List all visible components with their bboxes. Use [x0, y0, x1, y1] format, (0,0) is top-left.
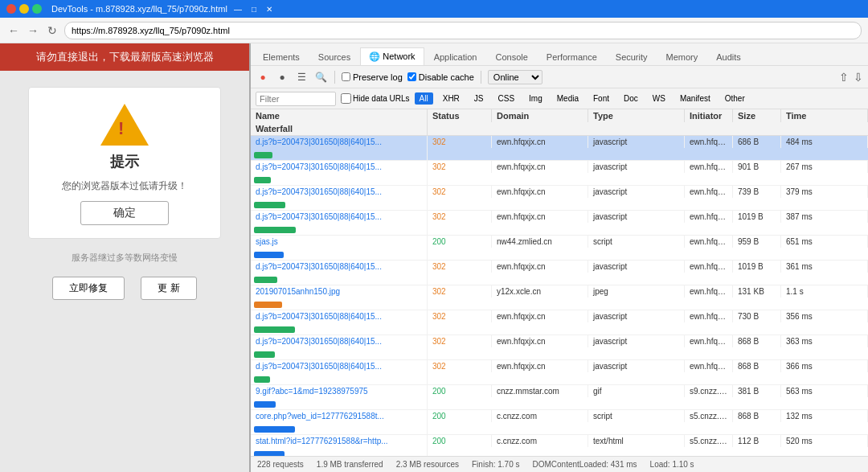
table-row[interactable]: core.php?web_id=127776291588t... 200 c.c…	[251, 410, 868, 435]
disable-cache-label[interactable]: Disable cache	[407, 72, 474, 82]
cell-size: 131 KB	[733, 285, 781, 298]
restore-btn[interactable]: □	[252, 5, 256, 14]
tab-elements[interactable]: Elements	[254, 48, 309, 65]
cell-time: 366 ms	[781, 360, 868, 372]
tab-sources[interactable]: Sources	[309, 48, 359, 65]
type-xhr[interactable]: XHR	[438, 92, 465, 105]
cell-status: 302	[428, 211, 492, 223]
minimize-btn[interactable]: —	[234, 5, 242, 14]
window-controls[interactable]	[6, 4, 42, 14]
cell-waterfall	[251, 372, 428, 384]
tab-network[interactable]: 🌐 Network	[360, 47, 424, 65]
table-row[interactable]: d.js?b=200473|301650|88|640|15... 302 ew…	[251, 186, 868, 211]
cell-domain: ewn.hfqxjx.cn	[492, 261, 588, 273]
bottom-buttons: 立即修复 更 新	[52, 277, 196, 300]
separator-1	[334, 71, 335, 84]
filter-input[interactable]	[256, 92, 336, 106]
type-all[interactable]: All	[415, 92, 433, 105]
close-icon[interactable]	[6, 4, 16, 14]
type-other[interactable]: Other	[720, 92, 750, 105]
address-input[interactable]	[64, 22, 862, 39]
table-row[interactable]: sjas.js 200 nw44.zmlied.cn script ewn.hf…	[251, 236, 868, 261]
tab-application[interactable]: Application	[425, 48, 486, 65]
page-content: 提示 您的浏览器版本过低请升级！ 确定 服务器继过多等数网络变慢 立即修复 更 …	[0, 71, 249, 316]
type-manifest[interactable]: Manifest	[675, 92, 715, 105]
preserve-log-checkbox[interactable]	[342, 72, 350, 81]
back-button[interactable]: ←	[6, 23, 21, 38]
type-media[interactable]: Media	[552, 92, 583, 105]
cell-status: 302	[428, 360, 492, 372]
cell-waterfall	[251, 298, 428, 310]
type-css[interactable]: CSS	[493, 92, 520, 105]
table-row[interactable]: 9.gif?abc=1&md=19238975975 200 cnzz.mmst…	[251, 385, 868, 410]
type-font[interactable]: Font	[588, 92, 614, 105]
table-row[interactable]: d.js?b=200473|301650|88|640|15... 302 ew…	[251, 261, 868, 285]
update-button[interactable]: 更 新	[141, 277, 196, 300]
resources-size: 2.3 MB resources	[396, 460, 459, 469]
cell-time: 379 ms	[781, 186, 868, 198]
type-ws[interactable]: WS	[648, 92, 670, 105]
hide-data-urls-checkbox[interactable]	[341, 93, 351, 104]
header-size: Size	[733, 109, 781, 122]
table-row[interactable]: 201907015anhn150.jpg 302 y12x.xcle.cn jp…	[251, 285, 868, 310]
cell-name: stat.html?id=127776291588&r=http...	[251, 435, 428, 447]
preserve-log-label[interactable]: Preserve log	[342, 72, 403, 82]
cell-name: core.php?web_id=127776291588t...	[251, 410, 428, 422]
table-row[interactable]: d.js?b=200473|301650|88|640|15... 302 ew…	[251, 310, 868, 335]
tab-memory[interactable]: Memory	[657, 48, 707, 65]
cell-waterfall	[251, 148, 428, 160]
import-icon[interactable]: ⇧	[839, 71, 849, 84]
warning-triangle	[100, 104, 149, 146]
header-domain: Domain	[492, 109, 588, 122]
type-img[interactable]: Img	[524, 92, 547, 105]
table-row[interactable]: stat.html?id=127776291588&r=http... 200 …	[251, 435, 868, 456]
cell-type: jpeg	[588, 285, 685, 298]
type-doc[interactable]: Doc	[619, 92, 643, 105]
record-button[interactable]: ●	[256, 70, 270, 84]
cell-type: javascript	[588, 136, 685, 148]
export-icon[interactable]: ⇩	[854, 71, 863, 84]
table-row[interactable]: d.js?b=200473|301650|88|640|15... 302 ew…	[251, 211, 868, 236]
fix-button[interactable]: 立即修复	[52, 277, 125, 300]
cell-status: 302	[428, 285, 492, 298]
tab-performance[interactable]: Performance	[538, 48, 606, 65]
cell-name: 9.gif?abc=1&md=19238975975	[251, 385, 428, 397]
tab-console[interactable]: Console	[486, 48, 536, 65]
window-control-buttons[interactable]: — □ ✕	[234, 5, 272, 14]
cell-name: 201907015anhn150.jpg	[251, 285, 428, 298]
warning-title: 提示	[110, 152, 139, 171]
cell-name: d.js?b=200473|301650|88|640|15...	[251, 211, 428, 223]
cell-domain: ewn.hfqxjx.cn	[492, 335, 588, 347]
network-table[interactable]: Name Status Domain Type Initiator Size T…	[251, 109, 868, 456]
preserve-log-text: Preserve log	[353, 72, 403, 82]
throttling-select[interactable]: Online Fast 3G Slow 3G Offline	[488, 70, 542, 84]
cell-type: script	[588, 236, 685, 248]
clear-button[interactable]: ●	[275, 70, 289, 84]
header-name: Name	[251, 109, 428, 122]
maximize-icon[interactable]	[32, 4, 42, 14]
filter-toggle[interactable]: ☰	[294, 70, 309, 84]
table-row[interactable]: d.js?b=200473|301650|88|640|15... 302 ew…	[251, 360, 868, 385]
server-text: 服务器继过多等数网络变慢	[72, 252, 178, 264]
reload-button[interactable]: ↻	[45, 23, 59, 38]
cell-size: 868 B	[733, 360, 781, 372]
cell-domain: ewn.hfqxjx.cn	[492, 211, 588, 223]
forward-button[interactable]: →	[26, 23, 40, 38]
hide-data-urls-text: Hide data URLs	[353, 94, 410, 103]
hide-data-urls-label[interactable]: Hide data URLs	[341, 93, 410, 104]
table-row[interactable]: d.js?b=200473|301650|88|640|15... 302 ew…	[251, 136, 868, 161]
minimize-icon[interactable]	[19, 4, 29, 14]
requests-count: 228 requests	[257, 460, 304, 469]
table-row[interactable]: d.js?b=200473|301650|88|640|15... 302 ew…	[251, 335, 868, 360]
main-layout: 请勿直接退出，下载最新版高速浏览器 提示 您的浏览器版本过低请升级！ 确定 服务…	[0, 43, 868, 472]
search-button[interactable]: 🔍	[313, 70, 328, 84]
close-btn[interactable]: ✕	[266, 5, 272, 14]
confirm-button[interactable]: 确定	[80, 201, 169, 225]
tab-security[interactable]: Security	[607, 48, 657, 65]
browser-page: 请勿直接退出，下载最新版高速浏览器 提示 您的浏览器版本过低请升级！ 确定 服务…	[0, 43, 249, 472]
type-js[interactable]: JS	[469, 92, 489, 105]
table-row[interactable]: d.js?b=200473|301650|88|640|15... 302 ew…	[251, 161, 868, 186]
tab-audits[interactable]: Audits	[707, 48, 750, 65]
cell-time: 267 ms	[781, 161, 868, 173]
disable-cache-checkbox[interactable]	[407, 72, 416, 81]
